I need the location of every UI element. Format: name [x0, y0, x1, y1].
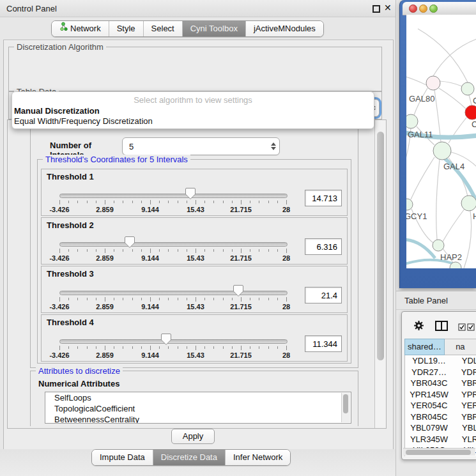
threshold-slider[interactable]: -3.4262.8599.14415.4321.71528: [59, 283, 286, 311]
dropdown-option-equal-width[interactable]: Equal Width/Frequency Discretization: [14, 116, 153, 126]
tab-network[interactable]: Network: [52, 21, 109, 36]
cell[interactable]: YPR145W: [405, 389, 453, 401]
zoom-traffic-light[interactable]: [429, 4, 438, 13]
apply-button[interactable]: Apply: [171, 429, 215, 444]
network-node-gal11[interactable]: [406, 114, 418, 128]
list-item[interactable]: TopologicalCoefficient: [45, 403, 351, 414]
slider-tick: [187, 298, 187, 300]
slider-scale-label: 9.144: [141, 206, 159, 213]
slider-rail[interactable]: [59, 242, 288, 247]
settings-scrollbar-thumb[interactable]: [377, 132, 384, 360]
cell[interactable]: YPR1: [453, 389, 476, 401]
slider-tick: [87, 346, 88, 349]
slider-scale-label: 21.715: [230, 303, 252, 311]
float-window-icon[interactable]: [372, 5, 380, 13]
list-item[interactable]: SelfLoops: [45, 392, 351, 403]
cell[interactable]: YBL079W: [405, 422, 453, 434]
table-row[interactable]: YDR27…YDR2: [405, 367, 476, 378]
network-node-gcy1[interactable]: [406, 199, 413, 210]
table-row[interactable]: YLR345WYLR3: [405, 434, 476, 445]
cell[interactable]: YBL0: [453, 422, 476, 434]
cell[interactable]: YBR045C: [405, 411, 453, 423]
slider-tick: [241, 200, 242, 204]
threshold-slider[interactable]: -3.4262.8599.14415.4321.71528: [59, 234, 286, 263]
cell[interactable]: YBR0: [453, 411, 476, 423]
network-node-selected-red[interactable]: [465, 105, 476, 119]
cell[interactable]: YDL19…: [405, 355, 453, 367]
dropdown-option-manual[interactable]: Manual Discretization: [14, 106, 100, 116]
tab-infer-network[interactable]: Infer Network: [225, 450, 290, 465]
tab-discretize-data[interactable]: Discretize Data: [153, 450, 225, 465]
tab-select[interactable]: Select: [143, 21, 182, 36]
tab-style[interactable]: Style: [109, 21, 143, 36]
slider-tick: [114, 201, 114, 203]
group-title: Threshold's Coordinates for 5 Intervals: [43, 155, 190, 164]
cell[interactable]: YBR043C: [405, 378, 453, 389]
list-item[interactable]: BetweennessCentrality: [45, 414, 351, 424]
cell[interactable]: YDL1: [453, 355, 476, 367]
slider-tick: [232, 298, 233, 300]
cell[interactable]: YLR3: [453, 434, 476, 445]
network-window-titlebar[interactable]: [403, 2, 476, 15]
checkbox-icon[interactable]: [467, 322, 475, 334]
tab-cyni-toolbox[interactable]: Cyni Toolbox: [182, 21, 245, 36]
threshold-value-field[interactable]: [305, 238, 342, 255]
column-header-shared-name[interactable]: shared…: [404, 339, 445, 355]
split-view-icon[interactable]: [435, 321, 448, 334]
slider-tick: [59, 346, 60, 350]
slider-rail[interactable]: [59, 291, 288, 295]
cell[interactable]: YDR27…: [405, 367, 453, 378]
scrollbar-thumb[interactable]: [406, 450, 471, 455]
threshold-panel-2: Threshold 2 -3.4262.8599.14415.4321.7152…: [41, 217, 348, 265]
slider-tick: [159, 298, 160, 300]
threshold-slider[interactable]: -3.4262.8599.14415.4321.71528: [59, 332, 286, 360]
table-row[interactable]: YBL079WYBL0: [405, 422, 476, 434]
tab-jactivemnodules[interactable]: jActiveMNodules: [245, 21, 323, 36]
network-node-gal80[interactable]: [426, 76, 440, 90]
slider-tick: [77, 249, 78, 252]
table-horizontal-scrollbar[interactable]: [403, 448, 475, 456]
settings-scrollbar-track[interactable]: [374, 120, 386, 428]
close-icon[interactable]: ✕: [384, 3, 392, 13]
threshold-value-field[interactable]: [305, 287, 342, 303]
list-scrollbar[interactable]: [341, 393, 350, 422]
control-panel-tabbar: Network Style Select Cyni Toolbox jActiv…: [51, 20, 324, 37]
threshold-value-field[interactable]: [305, 335, 342, 352]
network-node-hap2[interactable]: [433, 240, 444, 251]
slider-tick: [250, 201, 250, 203]
slider-tick: [277, 249, 278, 252]
tab-impute-data[interactable]: Impute Data: [92, 450, 153, 465]
checkbox-icon[interactable]: [458, 322, 466, 334]
table-row[interactable]: YDL19…YDL1: [405, 355, 476, 367]
gear-icon[interactable]: [413, 320, 424, 334]
network-canvas[interactable]: GAL80 GA C GAL11 GAL4 GCY1 H HAP2: [406, 15, 476, 268]
cell[interactable]: YER054C: [405, 400, 453, 411]
minimize-traffic-light[interactable]: [419, 4, 427, 13]
slider-tick: [59, 249, 60, 253]
table-row[interactable]: YER054CYER0: [405, 400, 476, 411]
cell[interactable]: YLR345W: [405, 434, 453, 445]
slider-tick: [241, 297, 242, 302]
slider-tick: [286, 297, 287, 302]
column-header-name[interactable]: na: [445, 339, 476, 355]
network-node-gal4[interactable]: [433, 142, 451, 160]
cell[interactable]: YER0: [453, 400, 476, 411]
number-of-intervals-select[interactable]: 5: [122, 137, 280, 155]
cell[interactable]: YDR2: [453, 367, 476, 378]
slider-rail[interactable]: [59, 194, 288, 198]
slider-tick: [159, 249, 160, 252]
network-node[interactable]: [461, 82, 474, 95]
table-row[interactable]: YBR043CYBR0: [405, 378, 476, 389]
node-label-gcy1: GCY1: [406, 211, 427, 221]
slider-rail[interactable]: [59, 339, 288, 344]
slider-tick: [196, 297, 196, 302]
table-row[interactable]: YBR045CYBR0: [405, 411, 476, 423]
threshold-value-field[interactable]: [305, 190, 342, 206]
table-row[interactable]: YPR145WYPR1: [405, 389, 476, 401]
combo-stepper-icon: [268, 142, 279, 150]
network-node[interactable]: [461, 196, 476, 211]
cell[interactable]: YBR0: [453, 378, 476, 389]
threshold-slider[interactable]: -3.4262.8599.14415.4321.71528: [59, 186, 286, 214]
close-traffic-light[interactable]: [409, 4, 417, 13]
slider-tick: [87, 249, 88, 252]
